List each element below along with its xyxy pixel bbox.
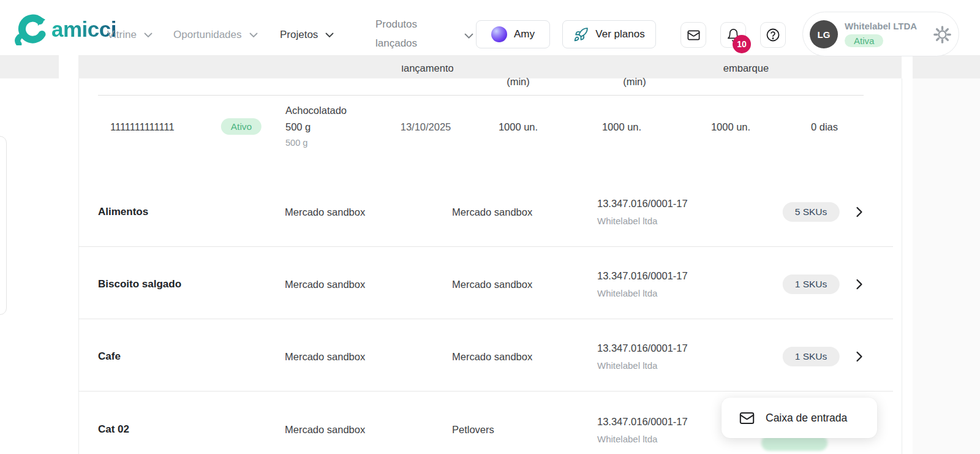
offscreen-panel-edge (0, 136, 7, 315)
category-brand: Mercado sandbox (452, 279, 532, 290)
product-launch-date: 13/10/2025 (401, 121, 451, 133)
category-retailer: Mercado sandbox (285, 351, 365, 363)
category-name: Alimentos (98, 206, 148, 218)
card-right-border (902, 78, 902, 454)
chevron-right-icon[interactable] (856, 351, 863, 362)
rocket-icon (573, 27, 589, 42)
category-company: Whitelabel ltda (597, 434, 657, 444)
category-company: Whitelabel ltda (597, 216, 657, 226)
category-name: Cafe (98, 350, 121, 363)
chevron-down-icon (249, 32, 258, 38)
product-name-line1: Achocolatado (285, 105, 347, 116)
app-window: lançamento embarque (min) (min) amicci V… (0, 0, 980, 454)
sku-count-chip[interactable]: 1 SKUs (783, 347, 840, 366)
column-header-min-2: (min) (623, 76, 646, 88)
avatar: LG (810, 20, 838, 48)
inbox-popover-item[interactable]: Caixa de entrada (722, 398, 877, 438)
category-cnpj: 13.347.016/0001-17 (597, 416, 688, 428)
messages-button[interactable] (680, 22, 706, 48)
product-lead-time: 0 dias (811, 121, 838, 133)
category-cnpj: 13.347.016/0001-17 (597, 270, 688, 282)
chevron-down-icon[interactable] (464, 33, 473, 39)
account-company-name: Whitelabel LTDA (845, 21, 917, 31)
category-company: Whitelabel ltda (597, 360, 657, 371)
product-qty-min-1: 1000 un. (499, 121, 538, 133)
amicci-logo[interactable]: amicci (13, 13, 116, 45)
chevron-down-icon (325, 32, 334, 38)
product-status-badge: Ativo (221, 121, 262, 132)
category-retailer: Mercado sandbox (285, 206, 365, 218)
card-left-border (78, 78, 79, 454)
category-brand: Petlovers (452, 424, 494, 436)
products-launched-dropdown[interactable]: Produtos lançados (375, 15, 417, 53)
row-divider (78, 391, 893, 392)
mail-icon (739, 410, 755, 426)
column-header-embark: embarque (723, 66, 769, 78)
account-status-badge: Ativa (845, 34, 883, 47)
chevron-down-icon (144, 32, 153, 38)
sku-count-chip[interactable]: 5 SKUs (783, 202, 840, 222)
row-divider (78, 319, 893, 319)
product-qty-min-2: 1000 un. (602, 121, 641, 133)
category-retailer: Mercado sandbox (285, 424, 365, 436)
product-code: 1111111111111 (110, 121, 175, 133)
inbox-popover-label: Caixa de entrada (766, 412, 847, 425)
category-company: Whitelabel ltda (597, 288, 657, 298)
band-gap-right (902, 55, 913, 78)
mail-icon (687, 28, 701, 42)
category-retailer: Mercado sandbox (285, 279, 365, 290)
category-cnpj: 13.347.016/0001-17 (597, 198, 688, 210)
view-plans-button[interactable]: Ver planos (562, 20, 656, 48)
table-header-divider (98, 95, 864, 96)
table-header-band (0, 55, 980, 78)
help-circle-icon (766, 28, 780, 42)
gear-icon[interactable] (933, 25, 952, 44)
category-cnpj: 13.347.016/0001-17 (597, 342, 688, 354)
row-divider (78, 246, 893, 247)
nav-item-vitrine[interactable]: Vitrine (107, 29, 153, 41)
column-header-min-1: (min) (507, 76, 530, 88)
product-name-line2: 500 g (285, 121, 311, 133)
nav-item-projetos[interactable]: Projetos (280, 29, 334, 41)
product-subtitle: 500 g (285, 138, 307, 148)
amy-globe-icon (491, 26, 507, 42)
page-background-strip (913, 55, 980, 454)
amicci-logo-icon (13, 13, 47, 45)
account-menu[interactable]: LG Whitelabel LTDA Ativa (802, 12, 959, 56)
category-brand: Mercado sandbox (452, 206, 532, 218)
column-header-launch: lançamento (401, 66, 453, 78)
sku-count-chip[interactable]: 1 SKUs (783, 274, 840, 294)
band-gap-left (59, 55, 78, 78)
category-name: Cat 02 (98, 423, 129, 436)
notification-count-badge[interactable]: 10 (733, 35, 751, 53)
product-qty-embark: 1000 un. (711, 121, 750, 133)
top-navigation-bar: amicci Vitrine Oportunidades Projetos Pr… (0, 0, 980, 55)
nav-item-oportunidades[interactable]: Oportunidades (173, 29, 258, 41)
category-brand: Mercado sandbox (452, 351, 532, 363)
chevron-right-icon[interactable] (856, 206, 863, 218)
chevron-right-icon[interactable] (856, 279, 863, 290)
amy-button[interactable]: Amy (476, 20, 550, 48)
category-name: Biscoito salgado (98, 278, 181, 290)
help-button[interactable] (760, 22, 786, 48)
